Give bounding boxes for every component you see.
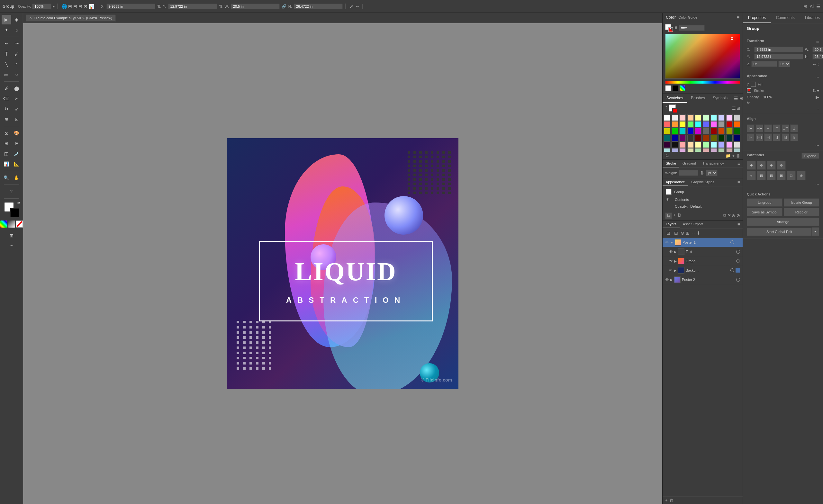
lasso-tool[interactable]: ⌕ (12, 25, 21, 35)
delete-appearance-btn[interactable]: 🗑 (677, 212, 681, 219)
canvas-background[interactable]: for(let i=0;i<80;i++) document.write('<d… (23, 23, 662, 504)
swatch-list-icon[interactable]: ☰ (732, 106, 736, 111)
swatch-cell[interactable] (695, 115, 701, 121)
swatch-cell[interactable] (664, 135, 670, 141)
swatches-list-view[interactable]: ☰ (734, 96, 738, 101)
tab-close-icon[interactable]: ✕ (29, 16, 32, 20)
weight-input[interactable] (679, 170, 698, 176)
selection-tool[interactable]: ▶ (2, 15, 11, 24)
swatch-cell[interactable] (664, 141, 670, 148)
move-selection-btn[interactable]: → (691, 230, 695, 235)
release-to-layers-btn[interactable]: ⬇ (697, 230, 700, 235)
swap-colors-icon[interactable]: ⇄ (17, 201, 20, 205)
swatch-cell[interactable] (679, 115, 686, 121)
zoom-tool[interactable]: 🔍 (2, 173, 11, 183)
magic-wand-tool[interactable]: ✦ (2, 25, 11, 35)
swatch-cell[interactable] (672, 121, 678, 128)
align-more-icon[interactable]: ··· (815, 142, 819, 148)
swatch-cell[interactable] (695, 148, 701, 152)
gradient-tab[interactable]: Gradient (679, 160, 699, 167)
chart-icon[interactable]: 📊 (89, 4, 94, 9)
collect-in-new-layer[interactable]: ⊞ (686, 230, 690, 235)
layer-expand-icon[interactable]: ▼ (670, 241, 673, 244)
measure-tool[interactable]: 📐 (12, 159, 21, 169)
color-mode-btn[interactable] (0, 220, 7, 227)
color-picker-area[interactable] (665, 34, 740, 79)
x-input[interactable] (107, 4, 155, 9)
layer-target-circle[interactable] (730, 240, 734, 244)
align-h-center-btn[interactable]: ⊣⊢ (756, 124, 763, 132)
align-left-btn[interactable]: ⊢ (747, 124, 755, 132)
swatch-cell[interactable] (718, 141, 724, 148)
start-global-edit-btn[interactable]: Start Global Edit (747, 227, 812, 236)
dist-h-btn[interactable]: |→| (756, 133, 763, 141)
swatch-cell[interactable] (679, 121, 686, 128)
mesh-tool[interactable]: ⊟ (12, 139, 21, 148)
libraries-tab[interactable]: Libraries (800, 13, 823, 23)
swatch-cell[interactable] (710, 121, 717, 128)
swatch-cell[interactable] (718, 128, 724, 134)
isolate-group-btn[interactable]: Isolate Group (784, 198, 819, 207)
touch-type-tool[interactable]: 🖊 (12, 49, 21, 59)
swatch-cell[interactable] (695, 128, 701, 134)
document-icon[interactable]: 🌐 (61, 4, 67, 9)
none-mode-btn[interactable] (16, 220, 23, 227)
appearance-more-icon[interactable]: ··· (815, 74, 819, 79)
line-tool[interactable]: ╲ (2, 59, 11, 69)
artboard-tool[interactable]: ⊞ (7, 231, 16, 240)
properties-tab[interactable]: Properties (743, 13, 771, 23)
expand-btn[interactable]: Expand (802, 153, 819, 159)
black-swatch[interactable] (672, 85, 678, 91)
distribute-v-icon[interactable]: ⊟ (78, 4, 82, 9)
swatch-cell[interactable] (703, 128, 709, 134)
graphic-styles-tab[interactable]: Graphic Styles (688, 178, 717, 186)
warp-tool[interactable]: ≋ (2, 115, 11, 124)
swatch-cell[interactable] (726, 115, 733, 121)
comments-tab[interactable]: Comments (771, 13, 800, 23)
stroke-up-arrow[interactable]: ⇅ (812, 88, 816, 93)
ellipse-tool[interactable]: ○ (12, 70, 21, 79)
add-fill-btn[interactable]: + (673, 212, 676, 219)
swatch-cell[interactable] (687, 121, 694, 128)
background-layer[interactable]: 👁 ▶ Backg... (663, 266, 743, 275)
dist-top-btn[interactable]: ↓| (773, 133, 781, 141)
intersect-btn[interactable]: ⊗ (767, 161, 776, 170)
text-layer[interactable]: 👁 ▶ Text (663, 247, 743, 257)
poster-2-layer[interactable]: 👁 ▶ Poster 2 (663, 275, 743, 285)
angle-input[interactable] (751, 61, 777, 67)
question-mark-tool[interactable]: ? (7, 187, 16, 196)
opacity-arrow[interactable]: ▶ (816, 95, 819, 100)
stroke-tab[interactable]: Stroke (663, 160, 679, 167)
text-layer-target[interactable] (736, 250, 740, 254)
rectangle-tool[interactable]: ▭ (2, 70, 11, 79)
opacity-arrow[interactable]: ▸ (53, 4, 55, 9)
blob-brush-tool[interactable]: ⬤ (12, 83, 21, 93)
graphic-layer-target[interactable] (736, 259, 740, 263)
trim-btn[interactable]: ⊡ (757, 171, 766, 180)
swatch-cell[interactable] (695, 135, 701, 141)
swatch-cell[interactable] (726, 121, 733, 128)
new-layer-btn[interactable]: + (665, 498, 668, 503)
align-top-btn[interactable]: ⊤ (773, 124, 781, 132)
swatch-cell[interactable] (687, 141, 694, 148)
symbols-tab[interactable]: Symbols (709, 94, 731, 103)
swatch-cell[interactable] (734, 121, 740, 128)
eyedropper-tool[interactable]: 💉 (12, 149, 21, 158)
swatch-cell[interactable] (703, 148, 709, 152)
swatch-cell[interactable] (664, 148, 670, 152)
swatch-cell[interactable] (664, 121, 670, 128)
background-color[interactable] (10, 208, 19, 217)
free-transform[interactable]: ⊡ (12, 115, 21, 124)
swatch-cell[interactable] (664, 115, 670, 121)
angle-dropdown[interactable]: 0° (778, 61, 790, 67)
bg-layer-target[interactable] (730, 269, 734, 272)
warp-icon[interactable]: ↔ (355, 4, 360, 9)
swatch-kind-question[interactable]: ? (665, 106, 667, 110)
sgt-menu-icon[interactable]: ≡ (737, 161, 740, 166)
fill-swatch-prop[interactable] (751, 81, 756, 87)
make-clipping-mask-btn[interactable]: ⊡ (665, 230, 672, 236)
asset-export-tab[interactable]: Asset Export (680, 220, 706, 228)
rotate-tool[interactable]: ↻ (2, 104, 11, 114)
menu-icon[interactable]: ☰ (816, 4, 820, 9)
swatch-cell[interactable] (726, 128, 733, 134)
